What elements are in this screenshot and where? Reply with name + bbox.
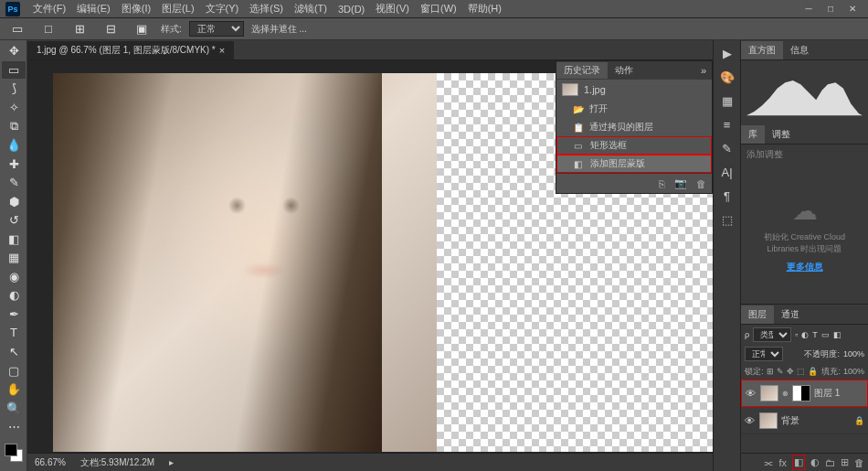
menu-help[interactable]: 帮助(H)	[462, 2, 507, 16]
window-close[interactable]: ✕	[842, 3, 863, 16]
status-arrow-icon[interactable]: ▸	[169, 457, 174, 467]
swatches-panel-icon[interactable]: ▦	[720, 93, 735, 108]
layer-thumb[interactable]	[760, 385, 778, 401]
history-tab[interactable]: 历史记录	[556, 62, 608, 79]
marquee-tool[interactable]: ▭	[2, 61, 26, 80]
lock-all-icon[interactable]: 🔒	[808, 367, 818, 376]
magic-wand-tool[interactable]: ✧	[2, 99, 26, 117]
blend-mode-select[interactable]: 正常	[745, 347, 783, 361]
pen-tool[interactable]: ✒	[2, 305, 26, 324]
path-tool[interactable]: ↖	[2, 343, 26, 361]
document-tab[interactable]: 1.jpg @ 66.7% (图层 1, 图层蒙版/8/CMYK) * ×	[27, 41, 234, 59]
lock-artboard-icon[interactable]: ⬚	[797, 367, 805, 376]
close-tab-icon[interactable]: ×	[219, 45, 225, 56]
layer-item[interactable]: 👁 背景 🔒	[741, 407, 868, 434]
layers-panel-icon[interactable]: ≡	[720, 117, 735, 132]
zoom-tool[interactable]: 🔍	[2, 399, 26, 417]
marquee-add[interactable]: ⊞	[68, 20, 91, 38]
crop-tool[interactable]: ⧉	[2, 117, 26, 135]
edit-toolbar[interactable]: ⋯	[2, 418, 26, 436]
char-panel-icon[interactable]: A|	[720, 165, 735, 179]
layer-fx-icon[interactable]: fx	[778, 457, 787, 468]
opacity-value[interactable]: 100%	[843, 349, 864, 359]
foreground-color[interactable]	[5, 444, 17, 456]
filter-type-icon[interactable]: T	[812, 330, 818, 339]
delete-layer-icon[interactable]: 🗑	[854, 457, 864, 468]
history-item[interactable]: 📂 打开	[556, 100, 712, 118]
marquee-new-selection[interactable]: □	[37, 20, 60, 38]
create-doc-icon[interactable]: ⎘	[659, 178, 665, 189]
lib-more-info-link[interactable]: 更多信息	[787, 261, 823, 273]
lock-pixels-icon[interactable]: ✎	[777, 367, 784, 376]
menu-view[interactable]: 视图(V)	[370, 2, 415, 16]
visibility-icon[interactable]: 👁	[745, 415, 756, 426]
lock-transparent-icon[interactable]: ⊞	[767, 367, 774, 376]
shape-tool[interactable]: ▢	[2, 361, 26, 380]
menu-edit[interactable]: 编辑(E)	[71, 2, 116, 16]
menu-select[interactable]: 选择(S)	[244, 2, 289, 16]
para-panel-icon[interactable]: ¶	[720, 188, 735, 203]
lasso-tool[interactable]: ⟆	[2, 80, 26, 98]
color-picker[interactable]	[5, 444, 23, 462]
layer-mask-thumb[interactable]	[792, 385, 810, 401]
brush-panel-icon[interactable]: ✎	[720, 141, 735, 155]
hand-tool[interactable]: ✋	[2, 380, 26, 399]
history-item[interactable]: ▭ 矩形选框	[556, 136, 712, 155]
trash-icon[interactable]: 🗑	[696, 178, 706, 189]
menu-layer[interactable]: 图层(L)	[156, 2, 199, 16]
brush-tool[interactable]: ✎	[2, 174, 26, 192]
move-tool[interactable]: ✥	[2, 42, 26, 60]
blur-tool[interactable]: ◉	[2, 268, 26, 286]
layer-name[interactable]: 背景	[781, 414, 799, 427]
lib-tab[interactable]: 库	[741, 125, 765, 144]
eyedropper-tool[interactable]: 💧	[2, 136, 26, 155]
marquee-tool-indicator[interactable]: ▭	[5, 20, 29, 38]
history-snapshot[interactable]: 1.jpg	[556, 80, 712, 100]
eraser-tool[interactable]: ◧	[2, 230, 26, 248]
filter-shape-icon[interactable]: ▭	[821, 330, 830, 339]
marquee-intersect[interactable]: ▣	[130, 20, 153, 38]
link-layers-icon[interactable]: ⫘	[763, 457, 773, 468]
layer-item[interactable]: 👁 ⊗ 图层 1	[741, 380, 868, 407]
canvas-viewport[interactable]: 历史记录 动作 » 1.jpg 📂 打开 📋 通过拷贝的图层	[27, 60, 713, 453]
fill-value[interactable]: 100%	[843, 367, 864, 376]
histogram-tab[interactable]: 直方图	[741, 41, 783, 59]
menu-filter[interactable]: 滤镜(T)	[289, 2, 333, 16]
3d-panel-icon[interactable]: ⬚	[720, 212, 735, 227]
style-select[interactable]: 正常	[189, 21, 244, 37]
filter-pixel-icon[interactable]: ▫	[795, 330, 798, 339]
camera-icon[interactable]: 📷	[674, 177, 687, 189]
dodge-tool[interactable]: ◐	[2, 286, 26, 305]
lock-position-icon[interactable]: ✥	[787, 367, 794, 376]
info-tab[interactable]: 信息	[783, 41, 816, 59]
color-panel-icon[interactable]: 🎨	[720, 70, 735, 84]
new-layer-icon[interactable]: ⊞	[841, 456, 849, 468]
window-maximize[interactable]: □	[820, 3, 841, 16]
new-adjustment-icon[interactable]: ◐	[810, 456, 820, 468]
type-tool[interactable]: T	[2, 324, 26, 342]
layer-thumb[interactable]	[759, 412, 778, 429]
menu-file[interactable]: 文件(F)	[27, 2, 71, 16]
filter-adj-icon[interactable]: ◐	[801, 330, 809, 339]
history-brush-tool[interactable]: ↺	[2, 211, 26, 230]
menu-3d[interactable]: 3D(D)	[333, 4, 370, 15]
filter-smart-icon[interactable]: ◧	[833, 330, 842, 339]
gradient-tool[interactable]: ▦	[2, 249, 26, 267]
new-group-icon[interactable]: 🗀	[825, 457, 835, 468]
select-mask-button[interactable]: 选择并遮住 ...	[251, 23, 307, 36]
adjust-tab[interactable]: 调整	[765, 125, 798, 144]
menu-window[interactable]: 窗口(W)	[415, 2, 462, 16]
layer-name[interactable]: 图层 1	[814, 387, 840, 400]
menu-type[interactable]: 文字(Y)	[200, 2, 245, 16]
healing-tool[interactable]: ✚	[2, 155, 26, 173]
window-minimize[interactable]: ─	[799, 3, 819, 16]
stamp-tool[interactable]: ⬢	[2, 192, 26, 210]
channels-tab[interactable]: 通道	[774, 305, 807, 324]
actions-tab[interactable]: 动作	[608, 62, 640, 79]
menu-image[interactable]: 图像(I)	[116, 2, 156, 16]
zoom-level[interactable]: 66.67%	[35, 457, 66, 467]
add-mask-icon[interactable]: ◧	[792, 455, 805, 470]
history-panel-icon[interactable]: ▶	[720, 46, 735, 60]
visibility-icon[interactable]: 👁	[746, 388, 757, 399]
history-item[interactable]: 📋 通过拷贝的图层	[556, 118, 712, 136]
